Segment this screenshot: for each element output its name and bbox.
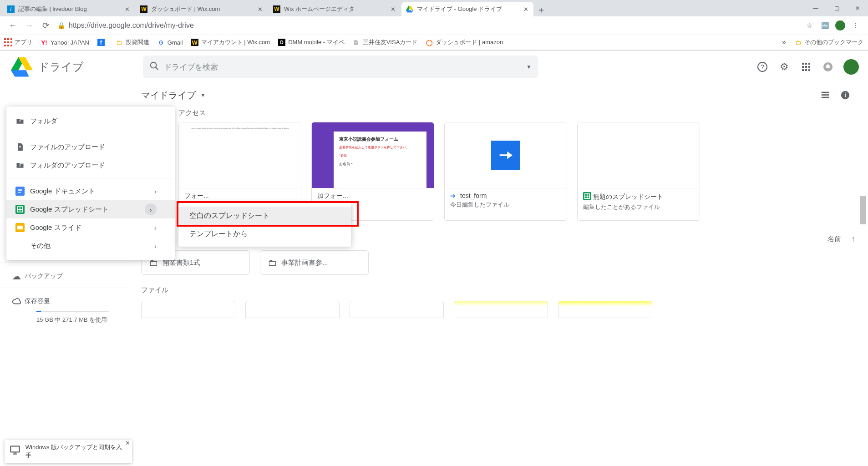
form-preview-field: お名前 *: [339, 162, 421, 167]
browser-tab-active[interactable]: マイドライブ - Google ドライブ ✕: [401, 2, 533, 16]
search-box[interactable]: ドライブを検索 ▼: [143, 56, 538, 78]
menu-item-file-upload[interactable]: ファイルのアップロード: [6, 138, 175, 156]
bookmark-item[interactable]: ◯ ダッシュボード | amazon: [426, 38, 503, 46]
translate-icon[interactable]: 🔤: [817, 18, 832, 33]
docs-icon: [15, 187, 30, 196]
search-icon: [149, 61, 164, 73]
tab-title: Wix ホームページエディタ: [284, 5, 387, 13]
folder-name: 事業計画書参...: [281, 258, 328, 267]
quick-card[interactable]: 無題のスプレッドシート 編集したことがあるファイル: [577, 122, 700, 221]
close-icon[interactable]: ✕: [257, 6, 263, 13]
bookmark-item[interactable]: f: [97, 39, 107, 46]
sort-label[interactable]: 名前: [827, 235, 841, 243]
submenu-item-blank[interactable]: 空白のスプレッドシート: [178, 207, 351, 225]
chevron-down-icon[interactable]: ▼: [200, 92, 206, 98]
sheets-icon: [15, 205, 30, 214]
star-icon[interactable]: ☆: [802, 18, 817, 33]
breadcrumb[interactable]: マイドライブ: [141, 89, 196, 101]
overflow-icon[interactable]: »: [782, 38, 786, 46]
quick-card[interactable]: ➔ test_form 今日編集したファイル: [444, 122, 567, 221]
profile-icon[interactable]: [832, 18, 848, 33]
favicon-icon: W: [273, 5, 280, 13]
section-files: ファイル: [141, 286, 855, 294]
file-item[interactable]: [245, 301, 340, 318]
close-window-icon[interactable]: ✕: [847, 0, 868, 16]
browser-tab[interactable]: W ダッシュボード | Wix.com ✕: [136, 2, 268, 16]
menu-item-sheets[interactable]: Google スプレッドシート ›: [6, 200, 175, 218]
card-thumb: 東京小説読書会参加フォーム 必要事項を記入して送信ボタンを押して下さい。 *必須…: [312, 122, 434, 188]
arrow-right-icon: [491, 141, 520, 170]
bookmark-item[interactable]: 🗎 三井住友VISAカード: [353, 38, 418, 46]
menu-label: Google スプレッドシート: [30, 205, 109, 214]
scrollbar-thumb[interactable]: [860, 196, 866, 224]
url-path: /drive/my-drive: [146, 21, 194, 29]
svg-rect-19: [18, 190, 22, 191]
list-view-icon[interactable]: [815, 85, 835, 105]
storage-quota-text: 15 GB 中 271.7 MB を使用: [0, 316, 118, 324]
menu-item-folder[interactable]: フォルダ: [6, 112, 175, 130]
close-icon[interactable]: ✕: [124, 6, 130, 13]
folder-list: 🗀 開業書類1式 🗀 事業計画書参...: [141, 250, 855, 275]
submenu-label: テンプレートから: [189, 229, 248, 239]
chevron-down-icon[interactable]: ▼: [526, 64, 532, 70]
new-tab-button[interactable]: ＋: [534, 3, 548, 16]
folder-icon: 🗀: [794, 39, 802, 46]
browser-tab[interactable]: W Wix ホームページエディタ ✕: [269, 2, 401, 16]
file-list: [141, 301, 855, 318]
bookmark-apps[interactable]: アプリ: [5, 38, 32, 46]
window-controls: — ▢ ✕: [805, 0, 868, 16]
drive-brand[interactable]: ドライブ: [0, 57, 143, 77]
file-item[interactable]: [350, 301, 444, 318]
bell-icon[interactable]: [817, 56, 839, 78]
menu-icon[interactable]: ⋮: [848, 18, 863, 33]
menu-item-docs[interactable]: Google ドキュメント ›: [6, 182, 175, 200]
bookmark-label: Yahoo! JAPAN: [51, 39, 89, 46]
file-item[interactable]: [558, 301, 652, 318]
close-icon[interactable]: ✕: [125, 440, 130, 446]
info-icon[interactable]: [835, 85, 855, 105]
address-bar[interactable]: https://drive.google.com/drive/my-drive: [69, 21, 802, 30]
bookmark-item[interactable]: Y! Yahoo! JAPAN: [41, 39, 89, 46]
svg-rect-5: [822, 92, 829, 93]
close-icon[interactable]: ✕: [390, 6, 396, 13]
backup-sync-toast[interactable]: Windows 版バックアップと同期を入手 ✕: [5, 440, 132, 463]
card-sub: 編集したことがあるファイル: [583, 203, 694, 211]
sidebar-item-backup[interactable]: ☁ バックアップ: [0, 263, 132, 286]
bookmark-item[interactable]: W マイアカウント | Wix.com: [191, 38, 270, 46]
bookmark-item[interactable]: 🗀 投資関連: [116, 38, 149, 46]
folder-item[interactable]: 🗀 事業計画書参...: [260, 250, 369, 275]
apps-grid-icon[interactable]: [795, 56, 817, 78]
svg-text:?: ?: [761, 63, 764, 71]
maximize-icon[interactable]: ▢: [826, 0, 847, 16]
svg-rect-6: [822, 94, 829, 96]
file-item[interactable]: [454, 301, 548, 318]
help-icon[interactable]: ?: [751, 56, 773, 78]
menu-item-more[interactable]: その他 ›: [6, 237, 175, 255]
file-item[interactable]: [141, 301, 235, 318]
forward-icon: →: [21, 17, 37, 34]
gear-icon[interactable]: ⚙: [773, 56, 795, 78]
new-menu: フォルダ ファイルのアップロード フォルダのアップロード Google ドキュメ…: [6, 106, 175, 260]
tab-strip: / 記事の編集 | livedoor Blog ✕ W ダッシュボード | Wi…: [0, 0, 868, 16]
sidebar-item-storage[interactable]: 保存容量: [0, 288, 132, 311]
other-bookmarks[interactable]: 🗀 その他のブックマーク: [794, 38, 863, 46]
form-preview-note: 必要事項を記入して送信ボタンを押して下さい。: [339, 145, 421, 150]
site-icon: W: [191, 39, 198, 46]
arrow-up-icon[interactable]: ↑: [851, 234, 855, 244]
bookmark-label: Gmail: [168, 39, 183, 46]
menu-label: Google スライド: [30, 223, 81, 232]
submenu-item-template[interactable]: テンプレートから: [178, 225, 351, 243]
close-icon[interactable]: ✕: [523, 6, 529, 13]
reload-icon[interactable]: ⟳: [37, 17, 54, 34]
back-icon[interactable]: ←: [5, 17, 21, 34]
breadcrumb-row: マイドライブ ▼: [141, 83, 855, 107]
menu-item-slides[interactable]: Google スライド ›: [6, 218, 175, 237]
submenu-label: 空白のスプレッドシート: [189, 211, 269, 221]
bookmark-item[interactable]: D DMM mobile - マイペ: [278, 38, 345, 46]
bookmark-item[interactable]: G Gmail: [157, 39, 183, 46]
menu-item-folder-upload[interactable]: フォルダのアップロード: [6, 156, 175, 174]
card-sub: 今日編集したファイル: [450, 201, 561, 209]
minimize-icon[interactable]: —: [805, 0, 826, 16]
account-avatar[interactable]: [843, 59, 859, 75]
browser-tab[interactable]: / 記事の編集 | livedoor Blog ✕: [3, 2, 135, 16]
